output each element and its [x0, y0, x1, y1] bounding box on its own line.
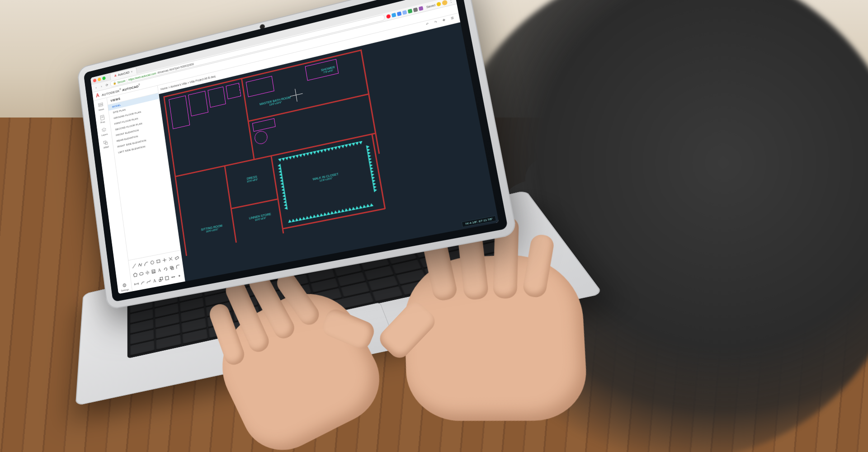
- saved-indicator: Saved: [426, 3, 435, 9]
- laptop: MacBook Air: [54, 0, 637, 452]
- svg-line-22: [134, 283, 135, 285]
- rail-xref[interactable]: XREF: [99, 137, 113, 151]
- svg-line-21: [135, 284, 138, 285]
- tool-fillet[interactable]: [174, 262, 182, 272]
- tool-point[interactable]: [175, 271, 183, 281]
- svg-rect-10: [156, 259, 160, 263]
- ext-icon[interactable]: [386, 14, 391, 19]
- svg-marker-14: [133, 273, 137, 277]
- window-maximize-icon[interactable]: [102, 76, 106, 80]
- browser-menu-icon[interactable]: ⋮: [448, 0, 453, 4]
- svg-rect-25: [160, 277, 162, 280]
- svg-point-30: [179, 275, 179, 277]
- room-walk-closet: WALK IN CLOSET11'6"x15'0": [301, 170, 350, 186]
- svg-line-17: [152, 271, 155, 271]
- svg-rect-26: [165, 277, 169, 280]
- ext-icon[interactable]: [419, 6, 424, 11]
- secure-label: Secure: [117, 79, 126, 84]
- ext-icon[interactable]: [413, 7, 418, 12]
- rail-views[interactable]: Views: [94, 99, 108, 113]
- svg-rect-13: [175, 256, 179, 259]
- redo-icon[interactable]: ↷: [434, 19, 440, 26]
- right-hand: [402, 252, 589, 421]
- room-sitting: SITTING ROOM16'9"x15'0": [191, 222, 233, 236]
- gear-icon: ⚙: [121, 282, 127, 289]
- rail-properties[interactable]: Prop.: [95, 112, 110, 126]
- scene-background: MacBook Air: [0, 0, 868, 452]
- rail-settings[interactable]: ⚙ Settings: [117, 280, 132, 294]
- window-minimize-icon[interactable]: [98, 77, 101, 81]
- svg-point-15: [139, 272, 143, 275]
- nav-reload-icon[interactable]: ⟳: [104, 83, 109, 88]
- room-dress: DRESS10'0"x8'0": [235, 173, 269, 185]
- undo-icon[interactable]: ↶: [426, 22, 432, 28]
- svg-line-8: [132, 264, 136, 268]
- lock-icon: 🔒: [113, 81, 117, 85]
- nav-forward-icon[interactable]: ›: [99, 84, 104, 89]
- pan-icon[interactable]: ✥: [442, 18, 448, 24]
- coordinate-readout: 74'-4 1/8", 67'-11 7/8": [461, 216, 496, 228]
- layers-toggle-icon[interactable]: ☰: [451, 15, 457, 22]
- svg-point-9: [151, 260, 154, 264]
- nav-back-icon[interactable]: ‹: [94, 85, 99, 90]
- rail-layers[interactable]: Layers: [97, 125, 111, 139]
- profile-avatar[interactable]: [442, 0, 448, 5]
- room-linnen: LINNEN STORE10'0"x6'9": [243, 211, 278, 224]
- close-tab-icon[interactable]: ×: [131, 70, 132, 73]
- ext-icon[interactable]: [408, 9, 413, 14]
- tool-erase[interactable]: [173, 253, 180, 263]
- notification-icon[interactable]: [436, 1, 441, 6]
- svg-line-23: [138, 283, 138, 285]
- ext-icon[interactable]: [397, 11, 402, 16]
- window-close-icon[interactable]: [93, 79, 97, 83]
- svg-line-18: [152, 272, 155, 273]
- ext-icon[interactable]: [392, 13, 396, 18]
- svg-rect-0: [99, 103, 103, 105]
- ext-icon[interactable]: [402, 10, 407, 15]
- svg-line-4: [101, 118, 104, 118]
- autodesk-logo-icon: A: [95, 92, 99, 99]
- room-master-bath: MASTER BATH ROOM13'0"x10'9": [250, 94, 302, 111]
- svg-line-3: [101, 117, 104, 117]
- svg-rect-1: [99, 104, 103, 107]
